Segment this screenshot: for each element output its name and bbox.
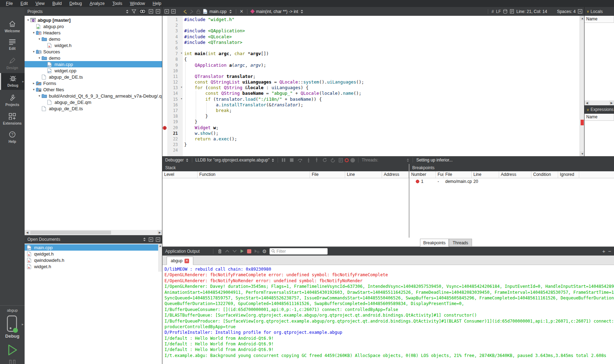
code-line-6[interactable]: 6: [162, 45, 580, 51]
code-line-4[interactable]: 4#include <QLocale>: [162, 34, 580, 40]
code-line-14[interactable]: 14 const QString baseName = "abgup_" + Q…: [162, 91, 580, 96]
column-name[interactable]: Name: [584, 16, 614, 22]
stack-column-level[interactable]: Level: [162, 171, 198, 178]
code-line-24[interactable]: 24: [162, 147, 580, 153]
line-number[interactable]: 19: [167, 119, 178, 124]
tree-item-headers[interactable]: ▾hHeaders: [25, 29, 162, 36]
code-line-5[interactable]: 5#include <QTranslator>: [162, 40, 580, 45]
debugger-label[interactable]: Debugger: [165, 158, 184, 163]
code-line-8[interactable]: 8{: [162, 57, 580, 62]
code-line-1[interactable]: 1#include "widget.h": [162, 17, 580, 22]
menu-analyze[interactable]: Analyze: [86, 0, 109, 7]
app-output-log[interactable]: D/libMEOW : rebuild call chain: 0x892309…: [162, 265, 614, 364]
tree-expander-icon[interactable]: ▾: [32, 50, 36, 53]
tree-expander-icon[interactable]: ▸: [32, 81, 36, 85]
line-number[interactable]: 5: [167, 40, 178, 45]
sidebar-mode-extensions[interactable]: Extensions: [0, 111, 25, 128]
sidebar-mode-help[interactable]: ?Help: [0, 129, 25, 146]
line-number[interactable]: 1: [167, 17, 178, 22]
kit-device-icon[interactable]: [5, 315, 19, 333]
document-dropdown-icon[interactable]: [229, 9, 232, 14]
go-back-icon[interactable]: [183, 9, 187, 14]
breakpoints-column-address[interactable]: Address: [499, 171, 531, 178]
line-number[interactable]: 9: [167, 63, 178, 68]
code-line-13[interactable]: 13▾ for (const QString &locale : uiLangu…: [162, 85, 580, 91]
open-doc-main-cpp[interactable]: c+main.cpp: [25, 244, 162, 251]
lock-icon[interactable]: [196, 9, 201, 14]
tree-item-sources[interactable]: ▾c+Sources: [25, 48, 162, 55]
open-doc-qwindowdefs-h[interactable]: hqwindowdefs.h: [25, 257, 162, 263]
tree-item-demo[interactable]: ▾demo: [25, 36, 162, 42]
expand-all-icon[interactable]: [149, 9, 153, 14]
tree-item-main-cpp[interactable]: c+main.cpp: [25, 61, 162, 67]
scroll-thumb[interactable]: [30, 231, 111, 234]
tree-item-other-files[interactable]: ▾▦Other files: [25, 86, 162, 93]
code-line-20[interactable]: 20 Widget w;: [162, 125, 580, 131]
scroll-right-icon[interactable]: ▶: [157, 230, 162, 235]
line-number[interactable]: 6: [167, 46, 178, 51]
mode-flyout-arrow[interactable]: ▸: [22, 80, 24, 83]
breakpoints-column-line[interactable]: Line: [472, 171, 499, 178]
code-line-12[interactable]: 12 const QStringList uiLanguages = QLoca…: [162, 79, 580, 85]
stack-column-line[interactable]: Line: [345, 171, 382, 178]
sync-with-editor-icon[interactable]: [139, 9, 146, 14]
locals-hscrollbar[interactable]: ◀ ▶: [584, 100, 614, 105]
threads-dropdown-icon[interactable]: [406, 158, 409, 162]
code-line-21[interactable]: 21 w.show();: [162, 131, 580, 136]
menu-edit[interactable]: Edit: [17, 0, 32, 7]
panel-updown-icon[interactable]: [125, 9, 129, 14]
editor-vscrollbar[interactable]: ▲ ▼: [580, 16, 584, 156]
rerun-icon[interactable]: [240, 249, 244, 253]
scroll-right-icon[interactable]: ▶: [609, 100, 614, 105]
sidebar-mode-edit[interactable]: Edit: [0, 37, 25, 54]
tree-item-widget-h[interactable]: hwidget.h: [25, 42, 162, 48]
code-line-11[interactable]: 11 QTranslator translator;: [162, 74, 580, 79]
line-number[interactable]: 2: [167, 23, 178, 28]
debugger-engine-label[interactable]: LLDB for "org.qtproject.example.abgup": [195, 158, 270, 163]
stack-column-file[interactable]: File: [310, 171, 345, 178]
sidebar-mode-debug[interactable]: Debug▸: [0, 73, 25, 90]
kit-build-config-label[interactable]: Debug: [0, 333, 25, 339]
filter-icon[interactable]: [131, 9, 136, 14]
main-splitter[interactable]: [162, 7, 162, 364]
code-line-9[interactable]: 9 QApplication a(argc, argv);: [162, 62, 580, 68]
tree-item-demo[interactable]: ▾demo: [25, 55, 162, 61]
tree-item-abgup-de-de-qm[interactable]: abgup_de_DE.qm: [25, 99, 162, 105]
breakpoints-column-function[interactable]: Function: [436, 171, 444, 178]
tab-breakpoints[interactable]: Breakpoints: [420, 239, 449, 247]
stop-icon[interactable]: [247, 249, 251, 253]
projects-hscrollbar[interactable]: ◀ ▶: [25, 230, 162, 235]
line-number[interactable]: 16: [167, 102, 178, 107]
menu-build[interactable]: Build: [49, 0, 66, 7]
tree-expander-icon[interactable]: ▾: [37, 37, 41, 41]
line-number[interactable]: 11: [167, 74, 178, 79]
split-icon[interactable]: [149, 237, 153, 242]
line-number[interactable]: 3: [167, 28, 178, 33]
tree-expander-icon[interactable]: ▾: [32, 88, 36, 91]
code-line-3[interactable]: 3#include <QApplication>: [162, 28, 580, 34]
breakpoint-row[interactable]: 1-demo/main.cpp20: [409, 178, 614, 185]
line-number[interactable]: 17: [167, 108, 178, 113]
fold-marker-icon[interactable]: ▾: [179, 85, 184, 89]
code-line-18[interactable]: 18 }: [162, 113, 580, 119]
document-info-icon[interactable]: [510, 9, 514, 14]
menu-debug[interactable]: Debug: [66, 0, 86, 7]
fold-marker-icon[interactable]: ▾: [179, 51, 184, 55]
encoding-hash-icon[interactable]: #: [492, 9, 494, 14]
menu-tools[interactable]: Tools: [109, 0, 126, 7]
expressions-panel-header[interactable]: ∨ Expressions: [584, 105, 614, 114]
code-line-23[interactable]: 23}: [162, 142, 580, 147]
prev-item-icon[interactable]: [225, 250, 230, 253]
record-log-icon[interactable]: [345, 158, 349, 162]
line-number[interactable]: 10: [167, 68, 178, 73]
zoom-in-icon[interactable]: +: [602, 248, 605, 254]
code-editor[interactable]: 1#include "widget.h"23#include <QApplica…: [162, 16, 580, 156]
code-line-7[interactable]: 7▾int main(int argc, char *argv[]): [162, 51, 580, 57]
close-split-icon[interactable]: [171, 9, 176, 14]
tree-expander-icon[interactable]: ▾: [26, 18, 30, 22]
code-line-22[interactable]: 22 return a.exec();: [162, 136, 580, 142]
sidebar-mode-welcome[interactable]: Welcome: [0, 19, 25, 35]
next-item-icon[interactable]: [232, 250, 237, 253]
close-document-icon[interactable]: ✕: [240, 9, 244, 14]
tree-item-abgup-pro[interactable]: qtabgup.pro: [25, 23, 162, 29]
